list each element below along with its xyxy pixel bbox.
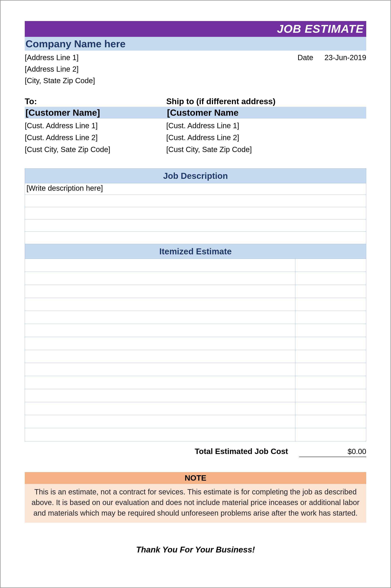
item-row[interactable] <box>25 311 366 324</box>
item-row[interactable] <box>25 259 366 272</box>
job-description-line[interactable] <box>25 207 366 220</box>
thank-you-footer: Thank You For Your Business! <box>25 545 366 554</box>
item-row[interactable] <box>25 272 366 285</box>
company-address-line1: [Address Line 1] <box>25 52 79 63</box>
item-row[interactable] <box>25 298 366 311</box>
total-cost-label: Total Estimated Job Cost <box>195 447 288 456</box>
shipto-customer-name: [Customer Name <box>167 108 366 118</box>
job-description-line[interactable] <box>25 220 366 232</box>
job-description-line[interactable]: [Write description here] <box>25 183 366 195</box>
item-row[interactable] <box>25 350 366 363</box>
document-title-banner: JOB ESTIMATE <box>25 21 366 37</box>
job-description-header: Job Description <box>25 168 366 183</box>
job-estimate-page: JOB ESTIMATE Company Name here [Address … <box>0 0 391 588</box>
company-address-line2: [Address Line 2] <box>25 63 366 75</box>
to-customer-name: [Customer Name] <box>25 108 167 118</box>
item-row[interactable] <box>25 337 366 350</box>
note-header: NOTE <box>25 472 366 484</box>
item-row[interactable] <box>25 415 366 428</box>
itemized-estimate-table <box>25 259 366 441</box>
note-body: This is an estimate, not a contract for … <box>25 484 366 523</box>
job-description-line[interactable] <box>25 232 366 244</box>
shipto-address-line2: [Cust. Address Line 2] <box>166 132 366 144</box>
to-address-line2: [Cust. Address Line 2] <box>25 132 166 144</box>
item-row[interactable] <box>25 363 366 376</box>
item-row[interactable] <box>25 285 366 298</box>
date-label: Date <box>297 52 313 63</box>
itemized-estimate-header: Itemized Estimate <box>25 244 366 259</box>
item-row[interactable] <box>25 402 366 415</box>
total-cost-value: $0.00 <box>299 447 366 457</box>
shipto-city-state-zip: [Cust City, Sate Zip Code] <box>166 144 366 155</box>
to-label: To: <box>25 97 166 106</box>
to-address-line1: [Cust. Address Line 1] <box>25 120 166 132</box>
date-value: 23-Jun-2019 <box>324 52 366 63</box>
company-city-state-zip: [City, State Zip Code] <box>25 75 366 86</box>
item-row[interactable] <box>25 376 366 389</box>
item-row[interactable] <box>25 324 366 337</box>
to-city-state-zip: [Cust City, Sate Zip Code] <box>25 144 166 155</box>
shipto-label: Ship to (if different address) <box>166 97 366 106</box>
item-row[interactable] <box>25 428 366 441</box>
shipto-address-line1: [Cust. Address Line 1] <box>166 120 366 132</box>
job-description-line[interactable] <box>25 195 366 207</box>
item-row[interactable] <box>25 389 366 402</box>
company-name-bar: Company Name here <box>25 37 366 51</box>
job-description-table: [Write description here] <box>25 183 366 244</box>
company-address-block: [Address Line 1] Date 23-Jun-2019 [Addre… <box>25 52 366 86</box>
